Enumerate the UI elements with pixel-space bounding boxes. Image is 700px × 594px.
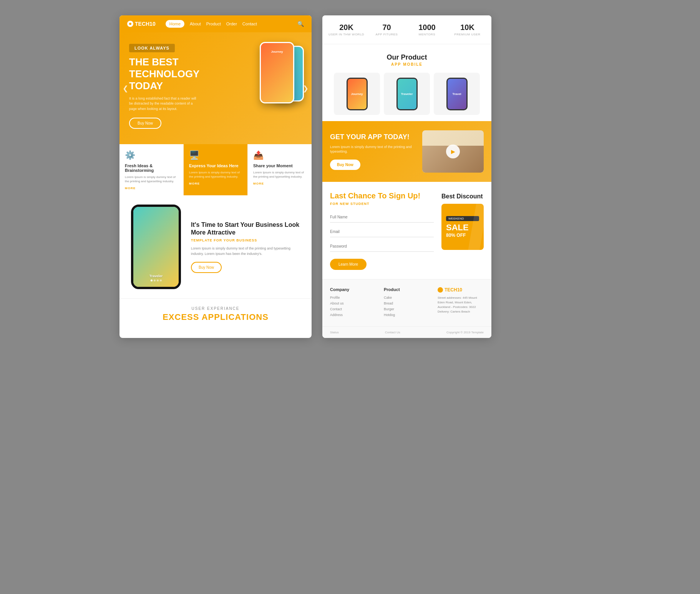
user-exp-label: USER EXPERIANCE <box>127 306 304 311</box>
stat-value-2: 70 <box>367 23 407 32</box>
feature-icon-3: 📤 <box>253 150 306 160</box>
signup-sub: FOR NEW STUDENT <box>330 202 434 206</box>
logo-text: TECH10 <box>135 21 156 27</box>
hero-desc: It is a long established fact that a rea… <box>129 96 198 112</box>
feature-more-2[interactable]: MORE <box>189 182 242 185</box>
feature-more-3[interactable]: MORE <box>253 182 306 185</box>
phone-traveler-label: Traveler <box>149 274 163 278</box>
our-product-sub: APP MOBILE <box>330 62 484 67</box>
footer-contact-us[interactable]: Contact Us <box>385 331 400 334</box>
our-product-title: Our Product <box>330 53 484 62</box>
stat-value-1: 20K <box>326 23 367 32</box>
feature-desc-1: Lorem Ipsum is simply dummy text of the … <box>125 175 178 183</box>
footer-link-cake[interactable]: Cake <box>384 296 430 299</box>
footer-link-burger[interactable]: Burger <box>384 307 430 311</box>
nav-link-about[interactable]: About <box>190 22 201 26</box>
email-input[interactable] <box>330 226 434 237</box>
footer-col-company: Company Profile About us Contact Address <box>330 287 376 319</box>
nav-links: Home About Product Order Contact <box>166 20 291 28</box>
hero-prev-arrow[interactable]: ❮ <box>123 84 128 93</box>
footer-link-bread[interactable]: Bread <box>384 301 430 305</box>
nav-logo: TECH10 <box>127 21 156 27</box>
feature-title-1: Fresh Ideas & Brainstorming <box>125 163 178 173</box>
feature-desc-2: Lorem Ipsum is simply dummy text of the … <box>189 170 242 179</box>
phone-dot-2 <box>154 280 156 281</box>
signup-promo: Best Discount WEEKEND SALE 80% OFF <box>441 191 484 270</box>
feature-more-1[interactable]: MORE <box>125 186 178 190</box>
get-app-buy-button[interactable]: Buy Now <box>330 160 360 170</box>
play-button[interactable]: ▶ <box>446 145 460 158</box>
footer-brand-icon <box>438 287 443 293</box>
user-exp-section: USER EXPERIANCE EXCESS APPLICATIONS <box>119 298 312 330</box>
learn-more-button[interactable]: Learn More <box>330 259 367 270</box>
best-discount-label: Best Discount <box>441 191 483 200</box>
nav-link-product[interactable]: Product <box>206 22 221 26</box>
hero-title: THE BEST TECHNOLOGY TODAY <box>129 56 214 92</box>
footer-link-hotdog[interactable]: Hotdog <box>384 313 430 317</box>
feature-icon-2: 🖥️ <box>189 150 242 160</box>
features-section: ⚙️ Fresh Ideas & Brainstorming Lorem Ips… <box>119 144 312 195</box>
get-app-desc: Lorem ipsum is simply dummy text of the … <box>330 145 416 154</box>
right-panel: 20K USER IN THW WORLD 70 APP FITURES 100… <box>322 15 491 338</box>
search-icon[interactable]: 🔍 <box>297 21 304 27</box>
business-section: Traveler It's Time to Start Your Busines… <box>119 195 312 298</box>
stat-value-3: 1000 <box>407 23 447 32</box>
left-panel: TECH10 Home About Product Order Contact … <box>119 15 312 338</box>
nav-link-contact[interactable]: Contact <box>242 22 257 26</box>
signup-form: Last Chance To Sign Up! FOR NEW STUDENT … <box>330 191 434 270</box>
feature-card-2: 🖥️ Express Your Ideas Here Lorem Ipsum i… <box>184 144 248 195</box>
phone-dot-3 <box>157 280 159 281</box>
business-phone: Traveler <box>127 205 185 289</box>
hero-buy-button[interactable]: Buy Now <box>129 118 161 129</box>
nav-link-order[interactable]: Order <box>226 22 237 26</box>
footer-col-product: Product Cake Bread Burger Hotdog <box>384 287 430 319</box>
phone-traveler-mockup: Traveler <box>131 205 181 289</box>
business-title: It's Time to Start Your Business Look Mo… <box>191 221 304 237</box>
promo-card: WEEKEND SALE 80% OFF <box>441 204 484 250</box>
page-wrapper: TECH10 Home About Product Order Contact … <box>119 15 581 338</box>
feature-title-3: Share your Moment <box>253 163 306 168</box>
business-buy-button[interactable]: Buy Now <box>191 262 222 273</box>
phone-dot-4 <box>160 280 162 281</box>
footer-brand: TECH10 <box>438 287 484 293</box>
user-exp-title: EXCESS APPLICATIONS <box>127 312 304 322</box>
stat-label-4: PREMIUM USER <box>447 33 488 36</box>
product-phone-3: Travel <box>446 78 468 110</box>
footer-link-about-us[interactable]: About us <box>330 301 376 305</box>
footer-link-profile[interactable]: Profile <box>330 296 376 299</box>
stat-item-2: 70 APP FITURES <box>367 23 407 36</box>
logo-icon <box>127 21 133 27</box>
password-input[interactable] <box>330 241 434 252</box>
signup-heading: Last Chance To Sign Up! <box>330 191 434 200</box>
product-card-1[interactable]: Journey <box>334 73 380 115</box>
footer-link-contact[interactable]: Contact <box>330 307 376 311</box>
stat-item-3: 1000 MENTORS <box>407 23 447 36</box>
hero-badge: LOOK ALWAYS <box>129 44 175 52</box>
product-phone-1: Journey <box>347 78 368 110</box>
get-app-section: GET YOUR APP TODAY! Lorem ipsum is simpl… <box>322 121 491 182</box>
signup-section: Last Chance To Sign Up! FOR NEW STUDENT … <box>322 182 491 279</box>
hero-next-arrow[interactable]: ❯ <box>303 84 309 93</box>
product-phone-2: Traveler <box>396 78 418 110</box>
footer-col-product-title: Product <box>384 287 430 292</box>
footer-col-brand: TECH10 Street addresses: 445 Mount Eden … <box>438 287 484 319</box>
nav-link-home[interactable]: Home <box>166 20 184 28</box>
get-app-text: GET YOUR APP TODAY! Lorem ipsum is simpl… <box>330 133 416 170</box>
stat-item-4: 10K PREMIUM USER <box>447 23 488 36</box>
stat-label-3: MENTORS <box>407 33 447 36</box>
stat-label-2: APP FITURES <box>367 33 407 36</box>
stats-section: 20K USER IN THW WORLD 70 APP FITURES 100… <box>322 15 491 44</box>
stat-value-4: 10K <box>447 23 488 32</box>
footer-link-address[interactable]: Address <box>330 313 376 317</box>
product-card-3[interactable]: Travel <box>434 73 480 115</box>
footer-status[interactable]: Status <box>330 331 339 334</box>
feature-desc-3: Lorem Ipsum is simply dummy text of the … <box>253 170 306 179</box>
product-card-2[interactable]: Traveler <box>384 73 430 115</box>
footer-copyright: Copyright © 2019 Template <box>446 331 484 334</box>
phone-main: Journey <box>260 42 294 103</box>
get-app-title: GET YOUR APP TODAY! <box>330 133 416 141</box>
stat-item-1: 20K USER IN THW WORLD <box>326 23 367 36</box>
footer-bottom: Status Contact Us Copyright © 2019 Templ… <box>322 326 491 338</box>
fullname-input[interactable] <box>330 212 434 223</box>
feature-card-3: 📤 Share your Moment Lorem Ipsum is simpl… <box>248 144 312 195</box>
